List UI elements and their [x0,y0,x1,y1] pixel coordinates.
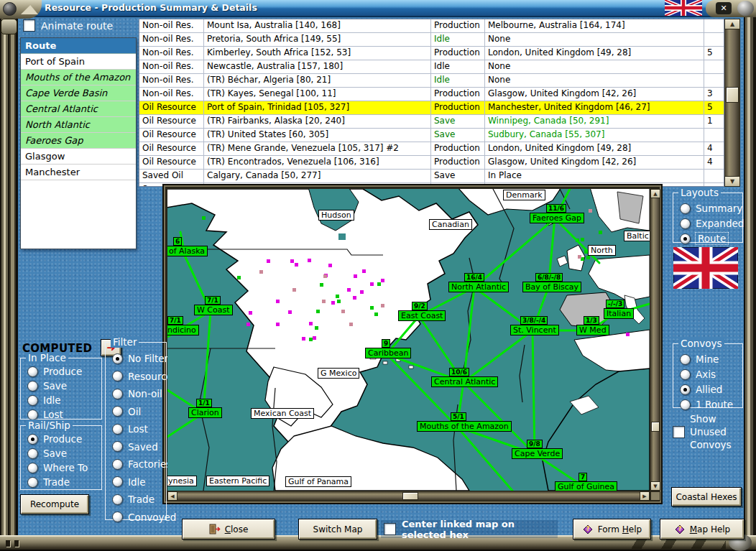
route-node-central-atlantic[interactable]: Central Atlantic [431,376,498,387]
radio-route[interactable] [680,233,691,244]
map-hscroll-right-icon[interactable]: ▶ [640,491,650,501]
convoys-title: Convoys [678,338,724,349]
radio-no-filter[interactable] [112,353,123,364]
table-row[interactable]: Non-oil Res.(TR) Béchar, Algeria [80, 21… [139,74,724,88]
radio-save[interactable] [27,381,38,392]
route-node-east-coast[interactable]: East Coast [398,310,446,321]
radio-convoyed[interactable] [112,511,123,522]
table-row[interactable]: Non-oil Res.Kimberley, South Africa [152… [139,47,724,60]
map-vscroll-thumb[interactable] [651,422,660,432]
route-node-gulf-of-guinea[interactable]: Gulf of Guinea [555,481,617,491]
radio-summary[interactable] [680,203,691,214]
table-row[interactable]: Oil Resource(TR) United States [60, 305]… [139,129,724,142]
route-item-mouths-of-the-amazon[interactable]: Mouths of the Amazon [21,70,136,85]
table-row[interactable]: Oil Resource(TR) Mene Grande, Venezuela … [139,142,724,156]
switch-map-button[interactable]: Switch Map [298,519,377,540]
route-node-cape-verde[interactable]: Cape Verde [512,448,563,459]
route-node-w-coast[interactable]: W Coast [194,305,233,315]
table-row[interactable]: Non-oil Res.Mount Isa, Australia [140, 1… [139,19,724,33]
radio-factories[interactable] [112,459,123,470]
route-node-ndicino[interactable]: ndicino [167,325,199,335]
map-horizontal-scrollbar[interactable]: ◀ ▶ [167,491,650,501]
close-window-button[interactable]: ✕ [716,2,732,14]
radio-trade[interactable] [112,494,123,505]
route-node-caribbean[interactable]: Caribbean [365,348,411,358]
strategic-map[interactable]: HudsonCanadianDenmarkBalticNorthG Mexico… [167,189,650,491]
radio-expanded[interactable] [680,218,691,229]
route-node-w-med[interactable]: W Med [576,325,609,335]
radio-1-route[interactable] [680,399,691,410]
radio-lost[interactable] [112,424,123,435]
title-bar[interactable]: Resource - Production Summary & Details [0,0,756,17]
table-scroll-track[interactable] [724,19,740,187]
close-button[interactable]: Close [182,519,275,540]
route-node-tag-st-vincent: 3/8/-/4 [520,316,548,325]
route-list-header: Route [21,38,136,54]
form-help-button[interactable]: ? Form Help [573,519,651,540]
route-item-central-atlantic[interactable]: Central Atlantic [21,101,136,117]
resource-table[interactable]: Non-oil Res.Mount Isa, Australia [140, 1… [139,19,724,187]
radio-resources[interactable] [112,371,123,381]
radio-lost[interactable] [27,409,38,420]
route-node-north-atlantic[interactable]: North Atlantic [448,282,509,292]
route-item-port-of-spain[interactable]: Port of Spain [21,54,136,70]
coastal-hexes-button[interactable]: Coastal Hexes [671,487,742,506]
convoy-route-line [464,382,535,454]
show-unused-convoys-checkbox[interactable] [673,426,685,438]
map-vscroll-up-icon[interactable]: ▲ [650,189,660,198]
route-listbox[interactable]: Route Port of SpainMouths of the AmazonC… [20,37,137,249]
route-item-faeroes-gap[interactable]: Faeroes Gap [21,133,136,149]
table-scrollbar[interactable]: ▲ ▼ [724,19,740,187]
route-node-italian[interactable]: Italian [604,308,634,319]
radio-idle[interactable] [112,476,123,487]
table-row[interactable]: Oil Resource(TR) Fairbanks, Alaska [20, … [139,115,724,129]
center-map-checkbox[interactable] [384,523,396,535]
map-help-button[interactable]: ? Map Help [660,519,745,540]
map-vscroll-track[interactable] [650,189,660,491]
route-node-of-alaska[interactable]: of Alaska [167,246,208,256]
table-row[interactable]: Oil Resource(TR) Encontrados, Venezuela … [139,156,724,170]
route-item-glasgow[interactable]: Glasgow [21,149,136,165]
route-node-mouths-of-the-amazon[interactable]: Mouths of the Amazon [417,421,512,432]
radio-non-oil[interactable] [112,389,123,399]
radio-oil[interactable] [112,406,123,417]
table-row[interactable]: Non-oil Res.(TR) Kayes, Senegal [100, 11… [139,88,724,101]
radio-trade[interactable] [27,477,38,488]
radio-mine[interactable] [680,354,691,365]
map-vscroll-down-icon[interactable]: ▼ [650,481,660,491]
animate-route-checkbox[interactable] [23,19,35,32]
triangle-icon[interactable] [21,5,38,14]
table-scroll-down-icon[interactable]: ▼ [724,176,740,187]
radio-allied[interactable] [680,384,691,395]
radio-label-non-oil: Non-oil [128,388,162,399]
map-vertical-scrollbar[interactable]: ▲ ▼ [650,189,660,491]
route-node-bay-of-biscay[interactable]: Bay of Biscay [522,282,581,292]
table-row[interactable]: Saved OilCalgary, Canada [50, 277]SaveIn… [139,170,724,183]
window-corner-left [0,0,42,19]
radio-save[interactable] [27,448,38,459]
radio-saved[interactable] [112,441,123,452]
route-item-manchester[interactable]: Manchester [21,165,136,180]
route-node-st-vincent[interactable]: St. Vincent [510,325,559,335]
map-hscroll-thumb[interactable] [402,492,418,500]
route-item-north-atlantic[interactable]: North Atlantic [21,117,136,133]
recompute-button[interactable]: Recompute [20,494,89,514]
map-hscroll-left-icon[interactable]: ◀ [167,491,178,501]
table-row[interactable]: Non-oil Res.Pretoria, South Africa [149,… [139,33,724,47]
table-row[interactable]: Oil ResourcePort of Spain, Trinidad [105… [139,101,724,115]
radio-idle[interactable] [27,395,38,406]
help-book-icon: ? [674,524,686,534]
cell-destination: London, United Kingdom [49, 28] [485,47,704,60]
radio-axis[interactable] [680,369,691,380]
route-node-faeroes-gap[interactable]: Faeroes Gap [530,213,584,223]
route-item-cape-verde-basin[interactable]: Cape Verde Basin [21,85,136,101]
table-scroll-up-icon[interactable]: ▲ [724,19,740,29]
route-node-clarion[interactable]: Clarion [188,407,222,418]
table-row[interactable]: Non-oil Res.Newcastle, Australia [157, 1… [139,60,724,74]
radio-where-to[interactable] [27,463,38,473]
radio-produce[interactable] [27,366,38,377]
sea-zone-label-mexican-coast: Mexican Coast [251,408,314,419]
table-scroll-thumb[interactable] [726,87,739,103]
cell-destination: Glasgow, United Kingdom [42, 26] [485,88,704,101]
radio-produce[interactable] [27,434,38,445]
